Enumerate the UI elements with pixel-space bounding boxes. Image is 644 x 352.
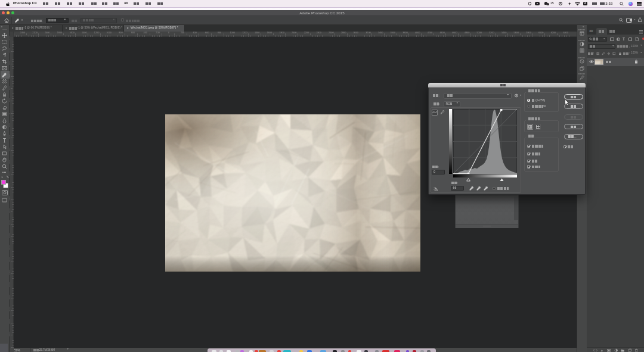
svg-text:fx: fx — [600, 349, 603, 352]
